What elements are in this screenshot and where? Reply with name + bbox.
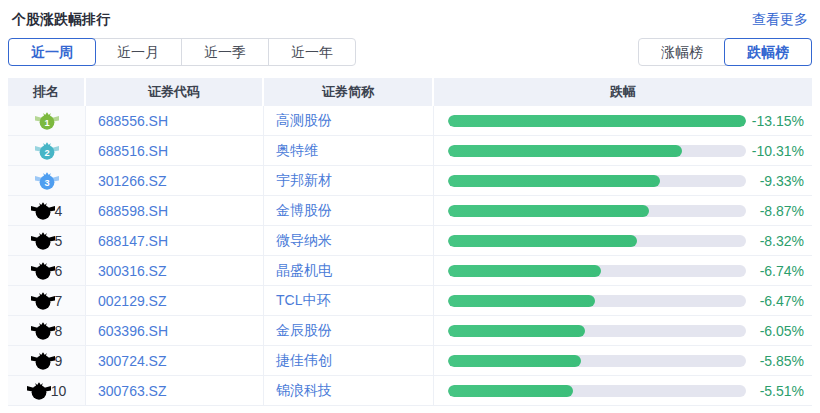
rank-cell: 3 — [8, 166, 86, 195]
decline-bar-fill — [448, 175, 660, 187]
decline-cell: -8.32% — [434, 226, 812, 255]
mode-tab-1[interactable]: 跌幅榜 — [724, 38, 812, 66]
rank-medal-icon — [31, 320, 55, 341]
table-row[interactable]: 7 002129.SZ TCL中环 -6.47% — [8, 286, 812, 316]
mode-tab-0[interactable]: 涨幅榜 — [639, 39, 725, 65]
stock-name-link[interactable]: 宇邦新材 — [276, 172, 332, 190]
decline-percent: -10.31% — [746, 143, 812, 159]
stock-code-link[interactable]: 688556.SH — [98, 113, 168, 129]
svg-text:2: 2 — [44, 148, 49, 158]
decline-bar-fill — [448, 295, 595, 307]
stock-name-link[interactable]: 锦浪科技 — [276, 382, 332, 400]
table-row[interactable]: 10 300763.SZ 锦浪科技 -5.51% — [8, 376, 812, 406]
period-tab-2[interactable]: 近一季 — [181, 39, 268, 65]
table-body: 1 688556.SH 高测股份 -13.15% — [8, 106, 812, 406]
stock-code-link[interactable]: 300724.SZ — [98, 353, 167, 369]
decline-bar-fill — [448, 115, 746, 127]
rank-medal-icon: 3 — [35, 170, 59, 191]
rank-medal-icon — [31, 230, 55, 251]
decline-cell: -10.31% — [434, 136, 812, 165]
decline-cell: -5.85% — [434, 346, 812, 375]
widget-header: 个股涨跌幅排行 查看更多 — [8, 8, 812, 30]
decline-bar-track — [448, 205, 746, 217]
name-cell: 捷佳伟创 — [264, 346, 434, 375]
decline-percent: -8.32% — [746, 233, 812, 249]
decline-bar-fill — [448, 235, 637, 247]
decline-cell: -6.74% — [434, 256, 812, 285]
name-cell: 锦浪科技 — [264, 376, 434, 405]
period-tab-3[interactable]: 近一年 — [268, 39, 355, 65]
name-cell: 晶盛机电 — [264, 256, 434, 285]
stock-name-link[interactable]: 金博股份 — [276, 202, 332, 220]
stock-code-link[interactable]: 603396.SH — [98, 323, 168, 339]
table-row[interactable]: 2 688516.SH 奥特维 -10.31% — [8, 136, 812, 166]
decline-percent: -6.74% — [746, 263, 812, 279]
name-cell: 金博股份 — [264, 196, 434, 225]
stock-name-link[interactable]: 金辰股份 — [276, 322, 332, 340]
code-cell: 300316.SZ — [86, 256, 264, 285]
rank-number: 6 — [55, 263, 63, 279]
stock-name-link[interactable]: 晶盛机电 — [276, 262, 332, 280]
table-row[interactable]: 3 301266.SZ 宇邦新材 -9.33% — [8, 166, 812, 196]
table-header: 排名 证券代码 证券简称 跌幅 — [8, 78, 812, 106]
stock-code-link[interactable]: 688598.SH — [98, 203, 168, 219]
rank-cell: 4 — [8, 196, 86, 225]
name-cell: 宇邦新材 — [264, 166, 434, 195]
rank-cell: 1 — [8, 106, 86, 135]
stock-name-link[interactable]: 微导纳米 — [276, 232, 332, 250]
decline-bar-fill — [448, 325, 585, 337]
col-header-name: 证券简称 — [264, 78, 434, 106]
rank-medal-icon — [27, 380, 51, 401]
table-row[interactable]: 8 603396.SH 金辰股份 -6.05% — [8, 316, 812, 346]
table-row[interactable]: 6 300316.SZ 晶盛机电 -6.74% — [8, 256, 812, 286]
table-row[interactable]: 5 688147.SH 微导纳米 -8.32% — [8, 226, 812, 256]
stock-code-link[interactable]: 300316.SZ — [98, 263, 167, 279]
decline-cell: -6.05% — [434, 316, 812, 345]
table-row[interactable]: 1 688556.SH 高测股份 -13.15% — [8, 106, 812, 136]
code-cell: 688556.SH — [86, 106, 264, 135]
view-more-link[interactable]: 查看更多 — [752, 11, 808, 29]
rank-number: 5 — [55, 233, 63, 249]
rank-cell: 7 — [8, 286, 86, 315]
table-row[interactable]: 9 300724.SZ 捷佳伟创 -5.85% — [8, 346, 812, 376]
rank-cell: 9 — [8, 346, 86, 375]
stock-code-link[interactable]: 301266.SZ — [98, 173, 167, 189]
period-tab-0[interactable]: 近一周 — [8, 38, 96, 66]
svg-text:3: 3 — [44, 178, 49, 188]
decline-bar-fill — [448, 265, 601, 277]
stock-code-link[interactable]: 688147.SH — [98, 233, 168, 249]
name-cell: 奥特维 — [264, 136, 434, 165]
table-row[interactable]: 4 688598.SH 金博股份 -8.87% — [8, 196, 812, 226]
decline-bar-track — [448, 265, 746, 277]
period-tab-1[interactable]: 近一月 — [95, 39, 181, 65]
stock-code-link[interactable]: 002129.SZ — [98, 293, 167, 309]
name-cell: TCL中环 — [264, 286, 434, 315]
rank-medal-icon — [31, 350, 55, 371]
name-cell: 金辰股份 — [264, 316, 434, 345]
rank-cell: 8 — [8, 316, 86, 345]
svg-text:1: 1 — [44, 118, 49, 128]
decline-cell: -8.87% — [434, 196, 812, 225]
code-cell: 002129.SZ — [86, 286, 264, 315]
decline-percent: -6.47% — [746, 293, 812, 309]
rank-medal-icon: 1 — [35, 110, 59, 131]
ranking-table: 排名 证券代码 证券简称 跌幅 1 688556.SH 高测股份 — [8, 78, 812, 406]
decline-bar-track — [448, 115, 746, 127]
stock-name-link[interactable]: 奥特维 — [276, 142, 318, 160]
rank-medal-icon — [31, 290, 55, 311]
stock-name-link[interactable]: TCL中环 — [276, 292, 330, 310]
decline-bar-fill — [448, 385, 573, 397]
rank-cell: 5 — [8, 226, 86, 255]
code-cell: 688598.SH — [86, 196, 264, 225]
decline-bar-fill — [448, 205, 649, 217]
stock-name-link[interactable]: 捷佳伟创 — [276, 352, 332, 370]
stock-name-link[interactable]: 高测股份 — [276, 112, 332, 130]
stock-code-link[interactable]: 688516.SH — [98, 143, 168, 159]
col-header-code: 证券代码 — [86, 78, 264, 106]
stock-ranking-widget: 个股涨跌幅排行 查看更多 近一周近一月近一季近一年 涨幅榜跌幅榜 排名 证券代码… — [0, 0, 820, 406]
decline-bar-fill — [448, 355, 581, 367]
stock-code-link[interactable]: 300763.SZ — [98, 383, 167, 399]
decline-bar-track — [448, 145, 746, 157]
name-cell: 微导纳米 — [264, 226, 434, 255]
code-cell: 603396.SH — [86, 316, 264, 345]
